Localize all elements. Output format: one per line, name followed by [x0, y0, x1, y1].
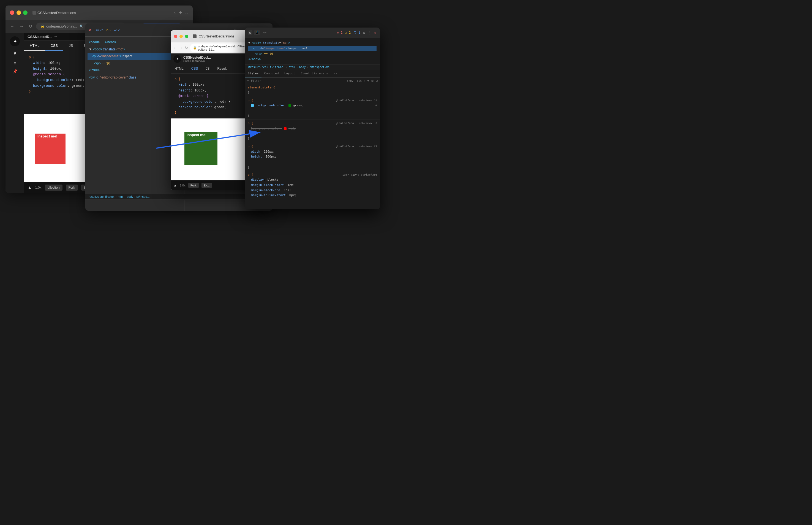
traffic-lights-1: [10, 11, 28, 15]
tab-css[interactable]: CSS: [45, 41, 63, 51]
close-button[interactable]: [10, 11, 14, 15]
w3-tab-js[interactable]: JS: [202, 64, 213, 73]
dt-swatch-red: [284, 127, 286, 130]
dt-filter-input[interactable]: [251, 79, 345, 82]
collapse-icon[interactable]: ▲: [28, 185, 32, 190]
breadcrumb-item-4[interactable]: p#inspe...: [137, 195, 150, 198]
w3-export-label: Ex...: [204, 184, 210, 187]
dt-rule-sel-green: p {: [248, 99, 253, 102]
new-tab-button[interactable]: +: [179, 10, 182, 16]
w3-refresh-btn[interactable]: ↻: [185, 46, 188, 50]
dt-front-error: ⊗ 1: [337, 31, 343, 34]
w3-min-btn[interactable]: [179, 35, 183, 38]
dt-front-styles-tabs: Styles Computed Layout Event Listeners >…: [245, 70, 380, 78]
html-tree: <head> ... </head> ▼ <body translate="no…: [88, 39, 182, 81]
maximize-button[interactable]: [23, 11, 28, 15]
dt-rule-source-dims: yLmYEmZ?ano...ue&view=:29: [335, 144, 377, 149]
dt-rule-source-ua: user agent stylesheet: [342, 172, 377, 177]
ht-line-5: </html>: [88, 67, 182, 74]
breadcrumb-item-1[interactable]: result.result-iframe.: [89, 195, 114, 198]
dt-html-line-3: </p> == $0: [248, 51, 377, 57]
back-button[interactable]: ←: [9, 23, 15, 30]
edit-pen-name-icon[interactable]: ✏: [54, 35, 57, 39]
dt-html-line-2-selected[interactable]: <p id="inspect-me">Inspect me!: [248, 46, 377, 51]
forward-button[interactable]: →: [18, 23, 25, 30]
dt-html-line-4: </body>: [248, 57, 377, 62]
heart-icon[interactable]: ♥: [14, 51, 16, 57]
w3-fwd-btn[interactable]: →: [179, 46, 183, 50]
w3-export-btn[interactable]: Ex...: [202, 183, 212, 188]
dt-rule-p-dims: yLmYEmZ?ano...ue&view=:29 p { width: 100…: [245, 143, 380, 171]
dt-val-red-strike: red;: [288, 127, 296, 130]
dt-front-rules: element.style { } yLmYEmZ?ano...ue&view=…: [245, 84, 380, 199]
dt-layout-icon[interactable]: ⊟: [376, 79, 378, 82]
w3-tab-html[interactable]: HTML: [171, 64, 187, 73]
dt-ua-decl-display: display: block;: [251, 177, 377, 183]
tab-close-icon[interactable]: ×: [174, 11, 176, 15]
dt-bc-1[interactable]: #result.result-iframe.: [248, 65, 285, 69]
dt-add-rule-icon[interactable]: +: [367, 79, 369, 82]
title-bar-1: CSSNestedDeclarations × + ⌄: [5, 5, 193, 20]
tab-html[interactable]: HTML: [24, 41, 45, 51]
dt-tab-computed[interactable]: Computed: [262, 70, 282, 77]
dt-front-more-icon[interactable]: ⋮: [368, 31, 372, 35]
secure-icon: 🔒: [41, 25, 45, 28]
tab-js[interactable]: JS: [63, 41, 78, 51]
dt-device-icon[interactable]: 📱: [254, 30, 260, 35]
collection-button[interactable]: ollection: [45, 184, 62, 191]
dt-ua-decl-mis: margin-inline-start: 0px;: [251, 193, 377, 198]
inspect-element[interactable]: Inspect me!: [35, 134, 65, 164]
dt-front-html: ▼ <body translate="no"> <p id="inspect-m…: [245, 38, 380, 64]
w3-inspect-element[interactable]: Inspect me!: [184, 132, 217, 165]
zoom-level: 1.0x: [35, 186, 42, 190]
minimize-button[interactable]: [16, 11, 21, 15]
w3-url-field[interactable]: 🔒 codepen.io/sofiayem/pen/yLmYEmZ?editor…: [190, 44, 251, 52]
warning-count: ⚠ 2: [106, 28, 111, 32]
w3-max-btn[interactable]: [185, 35, 188, 38]
bc-sep-3: ›: [134, 195, 136, 198]
dt-ua-prop-display: display: [251, 178, 264, 181]
dt-more-tools-btn[interactable]: >>: [262, 30, 268, 35]
search-icon[interactable]: 🔍: [80, 25, 83, 28]
ht-line-6: <div id="editor-drag-cover" class: [88, 74, 182, 81]
dt-bc-4[interactable]: p#inspect-me: [310, 65, 329, 69]
inspect-text: Inspect me!: [35, 132, 60, 140]
fork-button[interactable]: Fork: [66, 184, 78, 191]
dt-prop-red-strike: background-color:: [251, 127, 282, 130]
dt-tab-layout[interactable]: Layout: [282, 70, 298, 77]
devtools-panel-front: ⊡ 📱 >> ⊗ 1 ⚠ 2 🗨 1 ⚙ ⋮ ✕ ▼ <body transla…: [245, 28, 380, 209]
dt-bc-2[interactable]: html: [288, 65, 295, 69]
dt-rule-p-red: yLmYEmZ?ano...ue&view=:33 p { background…: [245, 120, 380, 143]
window-menu-icon[interactable]: ⌄: [185, 10, 188, 15]
codepen-logo: ✦: [10, 36, 20, 46]
dt-tab-events[interactable]: Event Listeners: [298, 70, 331, 77]
dt-tab-more[interactable]: >>: [331, 70, 340, 77]
w3-tab-css[interactable]: CSS: [187, 64, 202, 73]
menu-icon[interactable]: ≡: [14, 61, 16, 66]
devtools-close-icon[interactable]: ✕: [89, 28, 92, 32]
dt-prop-green: background-color: [256, 104, 285, 107]
breadcrumb-item-2[interactable]: html: [118, 195, 124, 198]
dt-ua-prop-mbs: margin-block-start: [251, 183, 284, 187]
pin-icon[interactable]: 📌: [13, 69, 17, 74]
refresh-button[interactable]: ↻: [28, 22, 33, 30]
dt-front-settings-icon[interactable]: ⚙: [363, 31, 365, 35]
dt-bc-3[interactable]: body: [299, 65, 306, 69]
dt-add-prop-btn[interactable]: +: [375, 103, 377, 108]
dt-front-close-icon[interactable]: ✕: [374, 31, 377, 35]
dt-checkbox-green[interactable]: [251, 104, 254, 107]
w3-back-btn[interactable]: ←: [173, 46, 177, 50]
breadcrumb-item-3[interactable]: body: [127, 195, 133, 198]
dt-copy-icon[interactable]: ⊞: [372, 79, 374, 82]
ht-selected-line[interactable]: <p id="inspect-me">Inspect: [88, 53, 182, 60]
dt-inspect-icon[interactable]: ⊡: [248, 30, 252, 35]
w3-fork-btn[interactable]: Fork: [188, 183, 199, 188]
dt-front-warning: ⚠ 2: [345, 31, 351, 34]
w3-tab-result[interactable]: Result: [213, 64, 230, 73]
dt-rule-source-red: yLmYEmZ?ano...ue&view=:33: [335, 121, 377, 125]
dt-front-breadcrumb: #result.result-iframe. › html › body › p…: [245, 64, 380, 70]
w3-collapse-icon[interactable]: ▲: [173, 183, 177, 187]
dt-pseudo-cls[interactable]: :hov .cls +: [347, 79, 365, 82]
w3-close-btn[interactable]: [174, 35, 177, 38]
dt-tab-styles[interactable]: Styles: [245, 70, 262, 77]
